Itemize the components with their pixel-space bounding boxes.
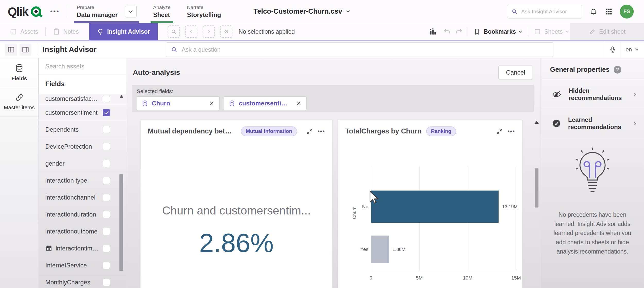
toggle-left-panel-button[interactable] [5,44,17,56]
field-checkbox[interactable] [103,194,110,201]
field-label: customersentiment [45,109,99,116]
nav-section-label: Prepare [77,5,118,10]
field-row[interactable]: MonthlyCharges [39,274,126,288]
cancel-button[interactable]: Cancel [498,66,533,79]
bar-row[interactable]: Yes 1.86M [371,236,516,263]
field-row[interactable]: gender [39,155,126,172]
hidden-recommendations-row[interactable]: Hidden recommendations [541,80,644,109]
analysis-card-totalcharges-by-churn[interactable]: TotalCharges by Churn Ranking ••• Churn … [338,120,523,288]
nav-prepare[interactable]: Prepare Data manager [74,0,139,23]
assets-scrollbar[interactable] [119,95,123,288]
chevron-down-icon [129,9,133,13]
field-checkbox[interactable] [103,143,110,150]
insight-advisor-button[interactable]: Insight Advisor [89,23,158,40]
field-row[interactable]: interactionduration [39,206,126,223]
search-icon [171,46,178,53]
field-row[interactable]: InternetService [39,257,126,274]
close-icon [296,101,302,106]
search-selections-button[interactable] [168,25,180,38]
notifications-button[interactable] [589,7,598,16]
step-forward-button[interactable] [203,25,215,38]
redo-button[interactable] [455,28,463,36]
bar-chart[interactable]: Churn No 13.19M Yes 1.86M [371,166,516,271]
notes-label: Notes [63,28,79,35]
lightbulb-illustration [568,145,617,201]
nav-analyze[interactable]: Analyze Sheet [151,0,173,23]
field-checkbox[interactable] [103,228,110,235]
remove-field-button[interactable] [209,101,215,106]
field-label: interactiontime... [56,245,99,252]
field-row[interactable]: interaction type [39,172,126,189]
field-row[interactable]: interactionoutcome [39,223,126,240]
card-menu-button[interactable]: ••• [508,128,515,135]
search-assets-placeholder: Search assets [45,63,84,70]
no-selections-status: No selections applied [239,28,295,35]
grid-icon [605,8,613,15]
scroll-up-arrow-icon[interactable] [535,121,539,124]
field-checkbox[interactable] [103,177,110,184]
selected-field-chip[interactable]: Churn [137,96,220,110]
assets-button[interactable]: Assets [4,23,44,40]
help-icon[interactable]: ? [614,66,621,74]
nav-item-label: Storytelling [187,11,221,19]
field-row[interactable]: customersentiment [39,104,126,121]
edit-sheet-button[interactable]: Edit sheet [570,23,644,40]
ask-question-input[interactable]: Ask a question [166,42,553,57]
field-checkbox[interactable] [103,109,110,116]
field-checkbox[interactable] [103,126,110,133]
field-row[interactable]: 17 interactiontime... [39,240,126,257]
field-checkbox[interactable] [103,262,110,269]
divider [37,44,37,55]
voice-input-button[interactable] [609,46,616,53]
bookmarks-button[interactable]: Bookmarks [472,23,524,40]
calendar-icon: 17 [45,245,53,252]
expand-card-button[interactable] [306,128,313,135]
more-menu-button[interactable]: ••• [50,7,59,15]
prepare-dropdown-button[interactable] [125,6,137,17]
toggle-right-panel-button[interactable] [20,44,31,56]
rail-item-fields[interactable]: Fields [0,58,38,87]
language-selector[interactable]: en [626,46,638,53]
expand-card-button[interactable] [496,128,503,135]
ask-insight-advisor-search[interactable]: Ask Insight Advisor [507,5,582,19]
field-row[interactable]: Dependents [39,121,126,138]
qlik-logo-text: Qlik [8,5,28,19]
search-icon [511,8,518,15]
field-row[interactable]: interactionchannel [39,189,126,206]
bar-row[interactable]: No 13.19M [371,191,516,223]
app-title-dropdown[interactable]: Telco-Customer-Churn.csv [254,0,349,23]
user-avatar[interactable]: FS [620,5,634,19]
field-checkbox[interactable] [103,279,110,286]
field-checkbox[interactable] [103,95,110,102]
analysis-card-mutual-dependency[interactable]: Mutual dependency betwee... Mutual infor… [140,120,333,288]
fields-section-title: Fields [45,80,65,88]
scrollbar-thumb[interactable] [119,174,123,271]
selected-field-chip[interactable]: customersentiment [224,96,307,110]
field-row[interactable]: DeviceProtection [39,138,126,155]
nav-narrate[interactable]: Narrate Storytelling [185,0,224,23]
scrollbar-thumb[interactable] [535,168,538,208]
clear-selections-button[interactable] [220,25,232,38]
field-checkbox[interactable] [103,160,110,167]
bar[interactable] [371,191,499,223]
show-charts-button[interactable] [429,28,437,35]
sheets-button[interactable]: Sheets [532,23,570,40]
bar[interactable] [371,236,389,263]
undo-button[interactable] [443,28,451,36]
notes-button[interactable]: Notes [47,23,85,40]
fields-section-header: Fields [39,75,126,93]
field-checkbox[interactable] [103,211,110,218]
learned-recommendations-row[interactable]: Learned recommendations [541,109,644,138]
field-row[interactable]: customersatisfactio... [39,93,126,104]
card-menu-button[interactable]: ••• [318,128,325,135]
insight-advisor-header: Insight Advisor Ask a question en [0,41,644,58]
app-launcher-button[interactable] [605,8,613,15]
remove-field-button[interactable] [296,101,302,106]
rail-item-master-items[interactable]: Master items [0,87,38,116]
field-checkbox[interactable] [103,245,110,252]
main-scrollbar[interactable] [535,121,538,288]
step-back-button[interactable] [185,25,197,38]
scroll-up-arrow-icon[interactable] [119,95,124,98]
edit-sheet-label: Edit sheet [599,28,625,35]
search-assets-input[interactable]: Search assets [39,58,126,75]
